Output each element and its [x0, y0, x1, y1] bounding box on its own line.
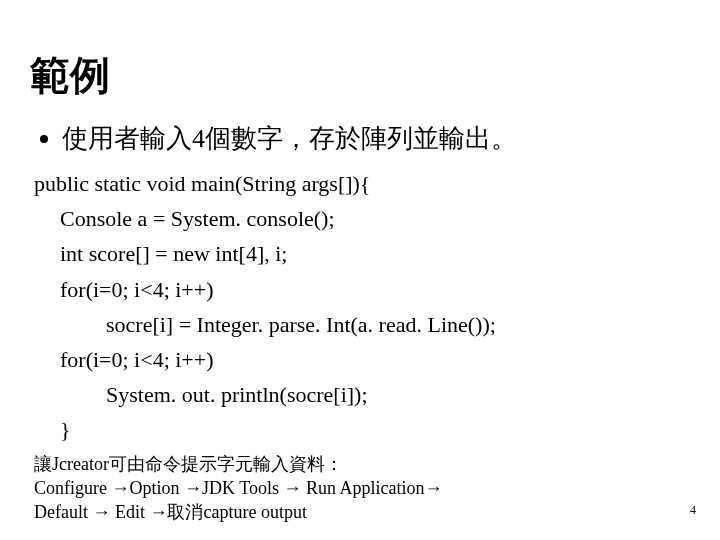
- slide: 範例 使用者輸入4個數字，存於陣列並輸出。 public static void…: [0, 0, 720, 540]
- code-line: for(i=0; i<4; i++): [60, 342, 690, 377]
- note-block: 讓Jcreator可由命令提示字元輸入資料： Configure →Option…: [34, 452, 690, 525]
- code-line: for(i=0; i<4; i++): [60, 272, 690, 307]
- note-line: Default → Edit →取消capture output: [34, 500, 690, 524]
- slide-title: 範例: [30, 48, 690, 103]
- code-block: public static void main(String args[]){ …: [34, 166, 690, 448]
- bullet-text: 使用者輸入4個數字，存於陣列並輸出。: [62, 121, 517, 156]
- code-line: socre[i] = Integer. parse. Int(a. read. …: [106, 307, 690, 342]
- bullet-item: 使用者輸入4個數字，存於陣列並輸出。: [40, 121, 690, 156]
- code-line: Console a = System. console();: [60, 201, 690, 236]
- bullet-icon: [40, 135, 48, 143]
- code-line: System. out. println(socre[i]);: [106, 377, 690, 412]
- code-line: int score[] = new int[4], i;: [60, 236, 690, 271]
- note-line: Configure →Option →JDK Tools → Run Appli…: [34, 476, 690, 500]
- code-line: }: [60, 412, 690, 447]
- note-line: 讓Jcreator可由命令提示字元輸入資料：: [34, 452, 690, 476]
- code-line: public static void main(String args[]){: [34, 166, 690, 201]
- page-number: 4: [690, 503, 696, 518]
